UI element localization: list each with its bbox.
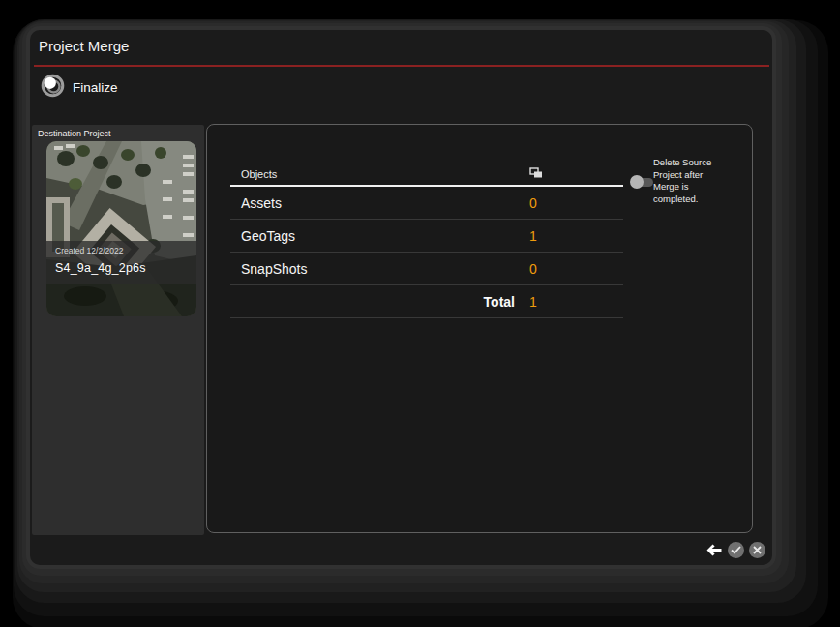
objects-table: Objects Assets 0 GeoTags 1 SnapShots 0 [230, 164, 623, 318]
table-row: SnapShots 0 [230, 253, 623, 285]
dialog-action-bar [705, 542, 765, 558]
destination-project-panel: Destination Project [32, 125, 204, 535]
cancel-button[interactable] [749, 542, 765, 558]
close-circle-icon [753, 546, 762, 554]
objects-table-header: Objects [230, 164, 623, 187]
total-value: 1 [529, 294, 623, 310]
title-divider [34, 65, 769, 67]
project-created-date: Created 12/2/2022 [55, 246, 123, 255]
destination-project-card[interactable]: Created 12/2/2022 S4_9a_4g_2p6s [46, 141, 196, 316]
back-arrow-icon [706, 544, 722, 556]
delete-source-toggle[interactable] [630, 173, 655, 191]
project-name: S4_9a_4g_2p6s [55, 261, 146, 275]
check-circle-icon [731, 546, 741, 554]
toggle-knob [630, 175, 644, 189]
table-total-row: Total 1 [230, 285, 623, 318]
confirm-button[interactable] [728, 542, 744, 558]
row-value: 0 [529, 195, 623, 211]
overlapping-frames-icon [529, 166, 623, 182]
finalize-label: Finalize [73, 80, 118, 95]
delete-source-toggle-label: Delete Source Project after Merge is com… [653, 157, 717, 205]
table-row: GeoTags 1 [230, 220, 623, 253]
table-row: Assets 0 [230, 187, 623, 220]
row-value: 0 [529, 261, 623, 277]
aerial-thumbnail-image [46, 141, 196, 316]
destination-project-label: Destination Project [38, 129, 111, 138]
row-label: SnapShots [230, 261, 529, 277]
page-title: Project Merge [39, 38, 129, 54]
row-label: GeoTags [230, 228, 529, 244]
thumbnail-caption-overlay: Created 12/2/2022 S4_9a_4g_2p6s [46, 241, 196, 284]
row-label: Assets [230, 195, 529, 211]
row-value: 1 [529, 228, 623, 244]
finalize-step: Finalize [41, 74, 118, 102]
back-button[interactable] [705, 542, 723, 558]
merge-circles-icon [41, 74, 65, 102]
project-merge-dialog: Project Merge Finalize Destination Proje… [30, 30, 772, 565]
objects-column-header: Objects [230, 168, 529, 180]
total-label: Total [230, 294, 529, 310]
